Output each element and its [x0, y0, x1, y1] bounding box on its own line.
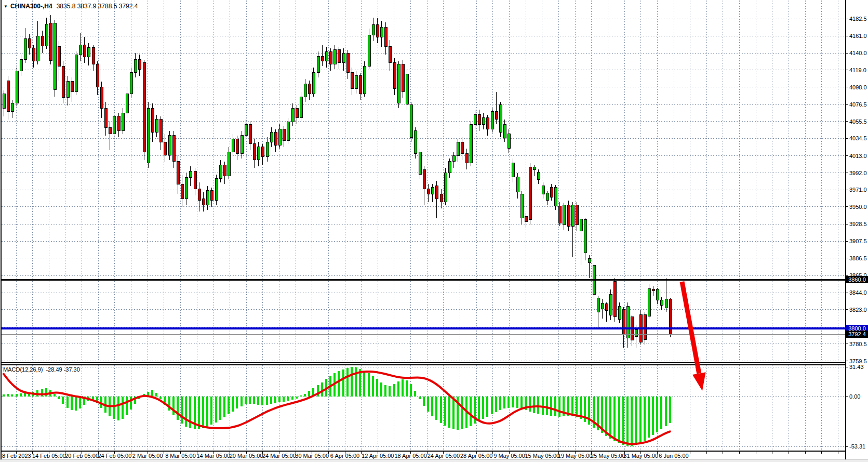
svg-text:0.00: 0.00 [849, 393, 860, 400]
macd-name: MACD(12,26,9) [3, 366, 43, 373]
svg-text:19 May 05:00: 19 May 05:00 [558, 453, 593, 459]
svg-text:24 Feb 05:00: 24 Feb 05:00 [98, 453, 131, 459]
svg-text:4013.0: 4013.0 [849, 153, 867, 159]
symbol-dropdown-icon[interactable]: ▼ [4, 4, 8, 9]
svg-text:20 Feb 05:00: 20 Feb 05:00 [65, 453, 99, 459]
svg-text:15 May 05:00: 15 May 05:00 [525, 453, 559, 459]
svg-text:20 Mar 05:00: 20 Mar 05:00 [230, 453, 263, 459]
chart-canvas[interactable]: 4182.54161.04140.04119.04098.04076.54055… [0, 0, 868, 462]
svg-text:31 May 05:00: 31 May 05:00 [623, 453, 658, 459]
svg-text:-53.31: -53.31 [849, 443, 865, 450]
svg-text:14 Mar 05:00: 14 Mar 05:00 [196, 453, 230, 459]
svg-text:25 May 05:00: 25 May 05:00 [591, 453, 625, 459]
trading-chart-window: 4182.54161.04140.04119.04098.04076.54055… [0, 0, 868, 462]
price-badge-bid: 3792.4 [846, 331, 868, 338]
svg-text:3992.0: 3992.0 [849, 170, 867, 176]
svg-text:4076.5: 4076.5 [849, 101, 867, 108]
svg-text:24 Mar 05:00: 24 Mar 05:00 [262, 453, 296, 459]
svg-text:8 Mar 05:00: 8 Mar 05:00 [165, 453, 196, 459]
svg-text:9 May 05:00: 9 May 05:00 [493, 453, 525, 459]
svg-text:8 Feb 2023: 8 Feb 2023 [2, 453, 31, 459]
svg-text:4119.0: 4119.0 [849, 67, 866, 73]
svg-text:3823.0: 3823.0 [849, 307, 867, 313]
macd-values: -28.49 -37.30 [46, 366, 79, 373]
symbol-period-label: CHINA300-,H4 [10, 3, 52, 10]
svg-text:30 Mar 05:00: 30 Mar 05:00 [295, 453, 329, 459]
svg-text:3950.0: 3950.0 [849, 204, 867, 210]
chart-title-bar: ▼ CHINA300-,H4 3835.8 3837.9 3788.5 3792… [4, 3, 138, 10]
macd-indicator-label: MACD(12,26,9)-28.49 -37.30 [3, 366, 80, 373]
svg-text:31.43: 31.43 [849, 364, 864, 370]
svg-text:4140.0: 4140.0 [849, 50, 867, 56]
svg-text:4098.0: 4098.0 [849, 84, 867, 90]
svg-text:3907.5: 3907.5 [849, 238, 867, 244]
svg-text:2 Mar 05:00: 2 Mar 05:00 [132, 453, 163, 459]
svg-text:14 Feb 05:00: 14 Feb 05:00 [32, 453, 66, 459]
ohlc-values: 3835.8 3837.9 3788.5 3792.4 [57, 3, 138, 10]
svg-text:4161.0: 4161.0 [849, 33, 867, 39]
svg-text:24 Apr 05:00: 24 Apr 05:00 [428, 453, 460, 459]
svg-text:18 Apr 05:00: 18 Apr 05:00 [394, 453, 426, 459]
svg-text:3759.5: 3759.5 [849, 358, 867, 364]
svg-text:3928.5: 3928.5 [849, 221, 867, 227]
svg-text:4034.5: 4034.5 [849, 135, 867, 141]
svg-text:3971.0: 3971.0 [849, 187, 867, 193]
svg-text:6 Apr 05:00: 6 Apr 05:00 [330, 453, 359, 459]
svg-text:3886.5: 3886.5 [849, 255, 867, 261]
svg-text:3844.0: 3844.0 [849, 289, 867, 296]
svg-text:12 Apr 05:00: 12 Apr 05:00 [362, 453, 394, 459]
svg-text:4055.5: 4055.5 [849, 118, 867, 125]
svg-text:28 Apr 05:00: 28 Apr 05:00 [460, 453, 492, 459]
svg-text:4182.5: 4182.5 [849, 16, 867, 22]
price-badge-3860: 3860.0 [846, 276, 868, 283]
price-axis-labels[interactable]: 4182.54161.04140.04119.04098.04076.54055… [846, 16, 867, 364]
svg-text:3780.5: 3780.5 [849, 341, 867, 347]
svg-text:6 Jun 05:00: 6 Jun 05:00 [659, 453, 689, 459]
